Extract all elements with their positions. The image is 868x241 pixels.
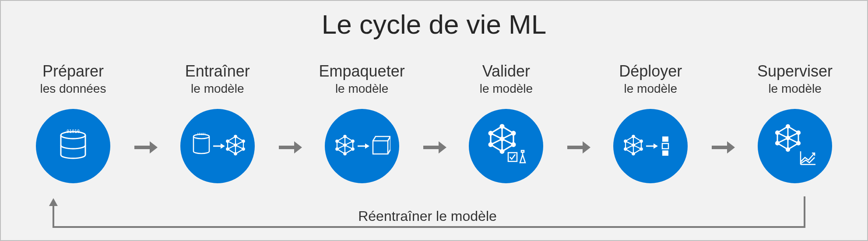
svg-point-8 bbox=[234, 135, 236, 137]
step-circle: 01010 bbox=[36, 109, 110, 183]
svg-point-66 bbox=[776, 142, 779, 145]
step-subtitle: le modèle bbox=[191, 82, 244, 96]
svg-point-68 bbox=[786, 136, 789, 140]
step-subtitle: le modèle bbox=[480, 82, 533, 96]
svg-point-53 bbox=[625, 140, 627, 142]
svg-point-13 bbox=[226, 140, 228, 142]
data-to-model-icon: 10101 bbox=[189, 124, 246, 168]
svg-point-24 bbox=[336, 140, 338, 142]
svg-rect-43 bbox=[521, 150, 524, 152]
step-train: Entraîner le modèle 10101 bbox=[163, 63, 272, 183]
model-deploy-icon bbox=[622, 124, 679, 168]
arrow-2 bbox=[272, 139, 307, 156]
step-package: Empaqueter le modèle bbox=[307, 63, 417, 183]
svg-point-14 bbox=[234, 144, 236, 146]
svg-point-38 bbox=[489, 143, 493, 147]
svg-point-63 bbox=[797, 131, 800, 134]
svg-point-20 bbox=[351, 140, 354, 142]
feedback-loop: Réentraîner le modèle bbox=[45, 196, 810, 236]
diagram-title: Le cycle de vie ML bbox=[1, 9, 867, 40]
svg-point-48 bbox=[633, 135, 635, 137]
arrow-3 bbox=[417, 139, 452, 156]
model-validate-icon bbox=[478, 120, 534, 172]
svg-text:01010: 01010 bbox=[67, 129, 80, 134]
arrow-right-icon bbox=[132, 139, 158, 156]
step-title: Superviser bbox=[757, 63, 833, 79]
step-circle bbox=[758, 109, 832, 183]
svg-point-65 bbox=[786, 148, 789, 151]
step-title: Valider bbox=[482, 63, 530, 79]
svg-point-40 bbox=[501, 137, 504, 141]
step-circle: 10101 bbox=[180, 109, 255, 183]
svg-text:10101: 10101 bbox=[197, 133, 206, 136]
step-monitor: Superviser le modèle bbox=[740, 63, 850, 183]
feedback-label: Réentraîner le modèle bbox=[45, 208, 810, 224]
arrow-right-icon bbox=[565, 139, 591, 156]
model-to-package-icon bbox=[334, 124, 390, 168]
svg-point-54 bbox=[633, 144, 635, 146]
arrow-1 bbox=[128, 139, 163, 156]
step-deploy: Déployer le modèle bbox=[596, 63, 705, 183]
svg-point-67 bbox=[776, 131, 779, 134]
svg-point-39 bbox=[489, 132, 493, 135]
svg-rect-57 bbox=[662, 150, 668, 156]
svg-point-50 bbox=[640, 148, 643, 150]
arrow-4 bbox=[561, 139, 596, 156]
svg-point-21 bbox=[351, 148, 354, 150]
diagram-frame: Le cycle de vie ML Préparer les données … bbox=[0, 0, 868, 241]
arrow-right-icon bbox=[277, 139, 303, 156]
svg-point-37 bbox=[501, 150, 504, 153]
svg-point-11 bbox=[234, 153, 236, 155]
svg-point-10 bbox=[242, 148, 244, 150]
arrow-right-icon bbox=[710, 139, 736, 156]
svg-point-51 bbox=[633, 153, 635, 155]
svg-point-25 bbox=[344, 144, 346, 146]
svg-point-9 bbox=[242, 140, 244, 142]
step-subtitle: le modèle bbox=[624, 82, 677, 96]
step-circle bbox=[469, 109, 543, 183]
svg-rect-55 bbox=[662, 136, 668, 142]
step-title: Préparer bbox=[42, 63, 104, 79]
step-subtitle: le modèle bbox=[768, 82, 821, 96]
svg-rect-26 bbox=[373, 141, 388, 154]
svg-point-22 bbox=[344, 153, 346, 155]
svg-point-62 bbox=[786, 125, 789, 128]
svg-point-19 bbox=[344, 135, 346, 137]
model-monitor-icon bbox=[766, 120, 823, 172]
step-title: Déployer bbox=[619, 63, 682, 79]
arrow-5 bbox=[705, 139, 740, 156]
svg-point-64 bbox=[797, 142, 800, 145]
data-prepare-icon: 01010 bbox=[51, 124, 95, 168]
svg-point-52 bbox=[625, 148, 627, 150]
step-circle bbox=[325, 109, 399, 183]
step-prepare: Préparer les données 01010 bbox=[18, 63, 128, 183]
step-subtitle: le modèle bbox=[335, 82, 388, 96]
svg-point-49 bbox=[640, 140, 643, 142]
svg-point-23 bbox=[336, 148, 338, 150]
svg-point-36 bbox=[512, 143, 516, 147]
svg-point-35 bbox=[512, 132, 516, 135]
step-subtitle: les données bbox=[40, 82, 106, 96]
step-title: Entraîner bbox=[185, 63, 250, 79]
step-title: Empaqueter bbox=[319, 63, 405, 79]
svg-point-34 bbox=[501, 125, 504, 128]
svg-rect-56 bbox=[662, 143, 668, 149]
svg-point-12 bbox=[226, 148, 228, 150]
step-validate: Valider le modèle bbox=[451, 63, 561, 183]
steps-row: Préparer les données 01010 Entraîner le … bbox=[18, 58, 850, 189]
arrow-right-icon bbox=[421, 139, 447, 156]
svg-rect-41 bbox=[508, 153, 517, 161]
step-circle bbox=[613, 109, 688, 183]
